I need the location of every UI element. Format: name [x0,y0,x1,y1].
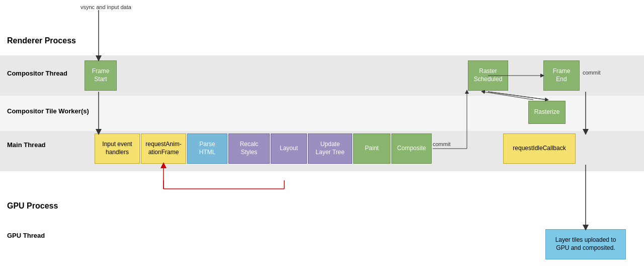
gpu-thread-label: GPU Thread [7,232,45,239]
commit-label-2: commit [583,70,600,76]
input-event-handlers-box: Input eventhandlers [95,133,140,164]
frame-end-box: FrameEnd [543,60,580,91]
recalc-styles-box: RecalcStyles [228,133,270,164]
parse-html-box: ParseHTML [187,133,227,164]
layout-box: Layout [271,133,307,164]
vsync-label: vsync and input data [80,4,131,10]
main-thread-label: Main Thread [7,141,46,149]
request-animation-frame-box: requestAnim-ationFrame [141,133,186,164]
diagram-container: Renderer Process GPU Process Compositor … [0,0,644,270]
rasterize-box: Rasterize [528,101,566,124]
compositor-thread-label: Compositor Thread [7,70,67,77]
paint-box: Paint [353,133,390,164]
request-idle-callback-box: requestIdleCallback [503,133,576,164]
tile-worker-label: Compositor Tile Worker(s) [7,107,89,115]
raster-scheduled-box: RasterScheduled [468,60,508,91]
gpu-process-label: GPU Process [7,201,58,211]
frame-start-box: FrameStart [85,60,117,91]
composite-box: Composite [391,133,432,164]
update-layer-tree-box: UpdateLayer Tree [308,133,352,164]
gpu-tiles-box: Layer tiles uploaded toGPU and composite… [545,229,626,259]
renderer-process-label: Renderer Process [7,36,76,45]
commit-label-1: commit [433,141,450,147]
